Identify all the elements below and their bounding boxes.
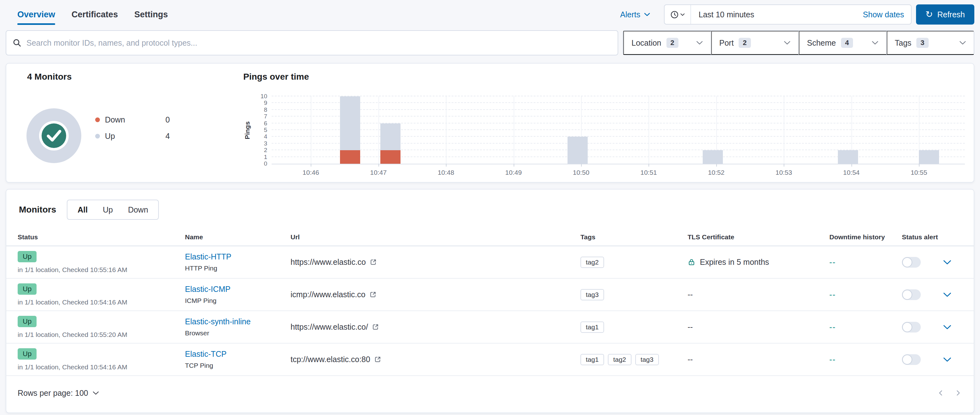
tab-up[interactable]: Up (95, 205, 120, 214)
status-alert-toggle[interactable] (902, 354, 921, 365)
status-badge: Up (18, 316, 37, 327)
filter-scheme[interactable]: Scheme 4 (799, 31, 887, 55)
status-alert-cell (902, 257, 943, 268)
chevron-right-icon (954, 388, 963, 398)
url-cell: https://www.elastic.co (291, 258, 581, 267)
y-gridline (272, 143, 965, 144)
toggle-knob (902, 290, 912, 300)
monitor-name-link[interactable]: Elastic-synth-inline (185, 317, 250, 326)
filter-count-badge: 2 (667, 38, 678, 48)
next-page-button[interactable] (954, 388, 963, 398)
chevron-down-icon (644, 13, 650, 16)
monitor-type: TCP Ping (185, 362, 291, 369)
monitor-url-link[interactable]: tcp://www.elastic.co:80 (291, 355, 370, 364)
status-badge: Up (18, 251, 37, 262)
pings-bar-up (919, 150, 939, 164)
url-cell: icmp://www.elastic.co (291, 290, 581, 299)
status-alert-toggle[interactable] (902, 257, 921, 268)
tls-status: -- (687, 322, 693, 331)
downtime-cell: -- (829, 322, 902, 331)
x-axis-tick-label: 10:49 (495, 169, 533, 176)
filter-port[interactable]: Port 2 (711, 31, 799, 55)
monitor-name-link[interactable]: Elastic-ICMP (185, 285, 230, 294)
column-header-status: Status (18, 233, 185, 241)
time-range-value[interactable]: Last 10 minutes (691, 5, 856, 24)
status-alert-cell (902, 289, 943, 300)
donut-legend: Down 0 Up 4 (95, 111, 170, 144)
x-axis-tick (514, 164, 514, 166)
monitor-name-link[interactable]: Elastic-TCP (185, 350, 227, 359)
alerts-menu-button[interactable]: Alerts (620, 10, 650, 19)
tag-badge[interactable]: tag3 (581, 289, 604, 300)
monitor-url-link[interactable]: https://www.elastic.co (291, 258, 366, 267)
chevron-down-icon (680, 13, 685, 16)
filter-tags[interactable]: Tags 3 (887, 31, 974, 55)
top-bar: Overview Certificates Settings Alerts La… (18, 0, 974, 29)
monitors-donut-chart (24, 106, 84, 166)
external-link-icon (369, 291, 377, 298)
expand-row-button[interactable] (943, 357, 951, 363)
table-row: Upin 1/1 location, Checked 10:54:16 AMEl… (6, 344, 974, 376)
monitor-name-link[interactable]: Elastic-HTTP (185, 252, 231, 261)
previous-page-button[interactable] (937, 388, 945, 398)
table-row: Upin 1/1 location, Checked 10:55:20 AMEl… (6, 311, 974, 344)
tag-badge[interactable]: tag1 (581, 322, 604, 333)
quick-select-time-button[interactable] (665, 5, 691, 24)
search-icon (13, 38, 21, 47)
x-axis-tick (919, 164, 920, 166)
x-axis-tick (851, 164, 852, 166)
monitor-url-link[interactable]: icmp://www.elastic.co (291, 290, 366, 299)
expand-cell (943, 357, 970, 363)
monitors-count-title: 4 Monitors (27, 72, 72, 82)
refresh-button[interactable]: ↻ Refresh (916, 5, 974, 25)
show-dates-button[interactable]: Show dates (856, 5, 911, 24)
status-alert-toggle[interactable] (902, 322, 921, 333)
pagination (937, 388, 963, 398)
search-input[interactable] (27, 38, 611, 48)
rows-per-page-button[interactable]: Rows per page: 100 (18, 388, 99, 398)
filter-group: Location 2 Port 2 Scheme 4 Tags 3 (623, 30, 974, 55)
external-link-icon (374, 356, 381, 363)
expand-row-button[interactable] (943, 292, 951, 298)
y-axis-tick-label: 2 (264, 146, 267, 154)
tag-badge[interactable]: tag1 (581, 354, 604, 365)
x-axis-tick-label: 10:52 (697, 169, 735, 176)
column-header-tags: Tags (581, 233, 687, 241)
status-detail: in 1/1 location, Checked 10:55:20 AM (18, 331, 185, 339)
external-link-icon (372, 323, 379, 331)
name-cell: Elastic-TCPTCP Ping (185, 350, 291, 369)
downtime-history-value: -- (829, 290, 836, 299)
tab-all[interactable]: All (70, 205, 95, 214)
monitor-url-link[interactable]: https://www.elastic.co/ (291, 322, 368, 331)
tag-badge[interactable]: tag2 (608, 354, 632, 365)
expand-row-button[interactable] (943, 260, 951, 265)
y-axis-tick-label: 7 (264, 113, 267, 120)
tab-settings[interactable]: Settings (134, 0, 168, 29)
filter-label: Location (632, 38, 662, 48)
chevron-down-icon (696, 41, 703, 45)
column-header-downtime: Downtime history (829, 233, 902, 241)
tab-down[interactable]: Down (120, 205, 156, 214)
monitors-status-tabs: All Up Down (67, 200, 159, 220)
downtime-history-value: -- (829, 322, 836, 331)
status-detail: in 1/1 location, Checked 10:54:16 AM (18, 363, 185, 371)
filter-label: Port (719, 38, 734, 48)
status-alert-toggle[interactable] (902, 289, 921, 300)
y-axis-tick-label: 1 (264, 153, 267, 161)
tab-certificates[interactable]: Certificates (72, 0, 118, 29)
expand-row-button[interactable] (943, 324, 951, 330)
status-cell: Upin 1/1 location, Checked 10:55:20 AM (18, 316, 185, 339)
filter-location[interactable]: Location 2 (623, 31, 711, 55)
y-axis-tick-label: 6 (264, 120, 267, 127)
x-axis-tick (716, 164, 717, 166)
x-axis-tick (311, 164, 311, 166)
tag-badge[interactable]: tag2 (581, 257, 604, 268)
legend-item-down: Down 0 (95, 111, 170, 128)
chevron-left-icon (937, 388, 945, 398)
tab-overview[interactable]: Overview (18, 0, 55, 29)
y-gridline (272, 116, 965, 117)
monitors-table-body: Upin 1/1 location, Checked 10:55:16 AMEl… (6, 246, 974, 376)
x-axis-tick (446, 164, 447, 166)
pings-chart-title: Pings over time (243, 72, 309, 82)
tag-badge[interactable]: tag3 (635, 354, 659, 365)
